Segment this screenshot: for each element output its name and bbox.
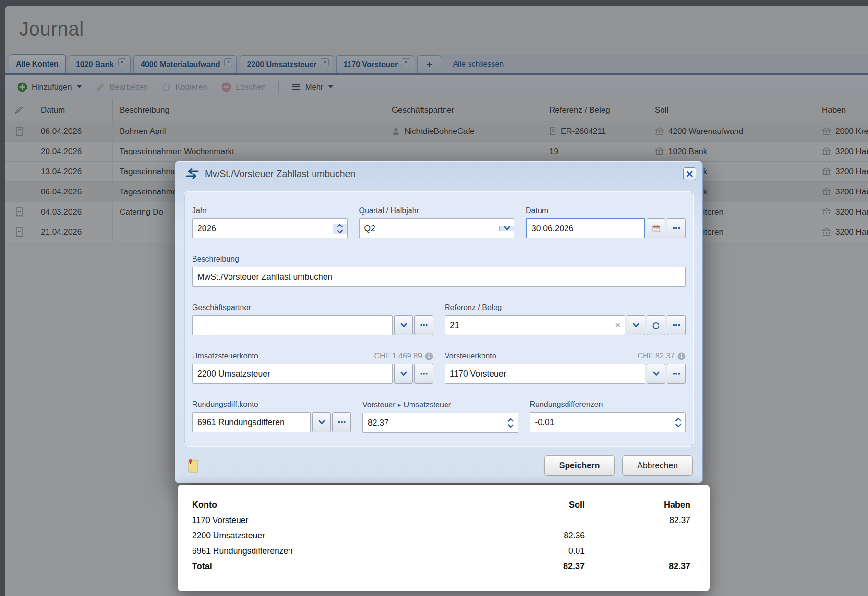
ellipsis-icon bbox=[673, 324, 680, 327]
chevron-down-icon bbox=[504, 226, 510, 231]
jahr-spinner[interactable] bbox=[333, 224, 347, 234]
chevron-down-icon bbox=[508, 424, 514, 428]
preview-row: 6961 Rundungsdifferenzen 0.01 bbox=[192, 543, 690, 559]
quartal-dropdown-button[interactable] bbox=[499, 226, 514, 231]
referenz-dropdown-button[interactable] bbox=[627, 315, 645, 335]
geschaeftspartner-more-button[interactable] bbox=[414, 315, 433, 335]
preview-total-soll: 82.37 bbox=[494, 561, 585, 572]
vorsteuer-umsatzsteuer-label: Vorsteuer ▸ Umsatzsteuer bbox=[362, 400, 518, 409]
rundungsdifferenzen-input[interactable] bbox=[530, 413, 671, 432]
quartal-label: Quartal / Halbjahr bbox=[359, 206, 515, 215]
rundungskonto-label: Rundungsdiff.konto bbox=[192, 400, 351, 409]
chevron-down-icon bbox=[675, 424, 681, 428]
vorsteuerkonto-label: Vorsteuerkonto bbox=[445, 352, 496, 360]
preview-row: 2200 Umsatzsteuer 82.36 bbox=[192, 528, 690, 543]
ellipsis-icon bbox=[420, 372, 428, 375]
dialog-close-button[interactable] bbox=[683, 167, 696, 180]
vorsteuerkonto-balance: CHF 82.37 bbox=[638, 352, 675, 360]
jahr-input[interactable] bbox=[193, 219, 333, 238]
vorsteuerkonto-input[interactable] bbox=[445, 364, 645, 383]
vorsteuerkonto-more-button[interactable] bbox=[667, 364, 686, 384]
chevron-up-icon bbox=[675, 417, 681, 421]
referenz-input[interactable] bbox=[445, 316, 611, 335]
field-vorsteuerkonto: Vorsteuerkonto CHF 82.37 bbox=[445, 352, 686, 384]
preview-column-soll: Soll bbox=[494, 500, 585, 510]
datum-label: Datum bbox=[526, 206, 686, 215]
chevron-down-icon bbox=[400, 371, 407, 376]
umsatzsteuerkonto-balance: CHF 1 469.89 bbox=[374, 352, 422, 360]
dialog-form-panel: Jahr Quartal / Halbjahr bbox=[184, 191, 694, 447]
save-button-label: Speichern bbox=[559, 461, 600, 471]
beschreibung-label: Beschreibung bbox=[192, 255, 686, 263]
preview-konto: 1170 Vorsteuer bbox=[192, 515, 494, 525]
field-datum: Datum bbox=[526, 206, 686, 238]
preview-konto: 6961 Rundungsdifferenzen bbox=[192, 546, 494, 556]
referenz-more-button[interactable] bbox=[667, 315, 686, 335]
note-icon[interactable] bbox=[187, 458, 200, 473]
chevron-down-icon bbox=[400, 323, 407, 328]
quartal-select[interactable] bbox=[360, 219, 500, 238]
swap-arrows-icon bbox=[186, 168, 199, 179]
field-beschreibung: Beschreibung bbox=[192, 255, 686, 287]
preview-total-row: Total 82.37 82.37 bbox=[192, 559, 690, 574]
preview-column-konto: Konto bbox=[192, 500, 494, 510]
dialog-title: MwSt./Vorsteuer Zahllast umbuchen bbox=[205, 168, 355, 179]
chevron-down-icon bbox=[337, 230, 343, 234]
jahr-label: Jahr bbox=[192, 206, 348, 215]
cancel-button-label: Abbrechen bbox=[637, 461, 678, 471]
rundungskonto-input[interactable] bbox=[193, 413, 310, 432]
vat-rebooking-dialog: MwSt./Vorsteuer Zahllast umbuchen Jahr bbox=[175, 161, 703, 483]
vorsteuer-umsatzsteuer-spinner[interactable] bbox=[504, 418, 518, 428]
field-rundungsdifferenzen: Rundungsdifferenzen bbox=[530, 400, 686, 433]
ellipsis-icon bbox=[673, 227, 680, 230]
beschreibung-input[interactable] bbox=[193, 267, 685, 286]
preview-soll: 82.36 bbox=[494, 531, 585, 541]
dialog-footer: Speichern Abbrechen bbox=[175, 448, 702, 483]
preview-total-label: Total bbox=[192, 561, 494, 572]
umsatzsteuerkonto-dropdown-button[interactable] bbox=[394, 364, 413, 384]
calendar-icon bbox=[652, 224, 661, 233]
save-button[interactable]: Speichern bbox=[544, 455, 615, 476]
rundungskonto-dropdown-button[interactable] bbox=[312, 412, 331, 432]
umsatzsteuerkonto-more-button[interactable] bbox=[414, 364, 433, 384]
rundungsdifferenzen-spinner[interactable] bbox=[671, 417, 685, 428]
geschaeftspartner-label: Geschäftspartner bbox=[192, 303, 433, 312]
field-geschaeftspartner: Geschäftspartner bbox=[192, 303, 433, 335]
preview-row: 1170 Vorsteuer 82.37 bbox=[192, 513, 690, 528]
field-jahr: Jahr bbox=[192, 206, 348, 238]
field-rundungskonto: Rundungsdiff.konto bbox=[192, 400, 351, 433]
chevron-down-icon bbox=[318, 420, 325, 425]
ellipsis-icon bbox=[673, 372, 680, 375]
field-referenz: Referenz / Beleg ✕ bbox=[445, 303, 686, 335]
vorsteuer-umsatzsteuer-input[interactable] bbox=[363, 413, 504, 432]
referenz-label: Referenz / Beleg bbox=[445, 303, 686, 312]
cancel-button[interactable]: Abbrechen bbox=[622, 455, 693, 476]
dialog-titlebar: MwSt./Vorsteuer Zahllast umbuchen bbox=[175, 161, 702, 186]
preview-soll: 0.01 bbox=[494, 546, 585, 556]
preview-column-haben: Haben bbox=[585, 500, 690, 510]
chevron-down-icon bbox=[633, 323, 639, 328]
info-icon bbox=[677, 352, 686, 360]
ellipsis-icon bbox=[338, 421, 346, 424]
datum-more-button[interactable] bbox=[667, 218, 686, 238]
preview-haben: 82.37 bbox=[585, 515, 690, 525]
booking-preview-panel: Konto Soll Haben 1170 Vorsteuer 82.37 22… bbox=[178, 485, 710, 591]
clear-icon[interactable]: ✕ bbox=[611, 321, 625, 330]
geschaeftspartner-input[interactable] bbox=[193, 316, 392, 335]
refresh-icon bbox=[652, 322, 660, 330]
rundungsdifferenzen-label: Rundungsdifferenzen bbox=[530, 400, 686, 409]
field-quartal: Quartal / Halbjahr bbox=[359, 206, 515, 238]
close-icon bbox=[687, 171, 693, 177]
preview-total-haben: 82.37 bbox=[585, 561, 690, 572]
geschaeftspartner-dropdown-button[interactable] bbox=[394, 315, 413, 335]
referenz-refresh-button[interactable] bbox=[647, 315, 665, 335]
info-icon bbox=[425, 352, 433, 360]
chevron-down-icon bbox=[653, 371, 660, 376]
field-vorsteuer-umsatzsteuer: Vorsteuer ▸ Umsatzsteuer bbox=[362, 400, 518, 433]
rundungskonto-more-button[interactable] bbox=[332, 412, 351, 432]
field-umsatzsteuerkonto: Umsatzsteuerkonto CHF 1 469.89 bbox=[192, 352, 433, 384]
datum-input[interactable] bbox=[527, 219, 644, 238]
umsatzsteuerkonto-input[interactable] bbox=[193, 364, 392, 383]
vorsteuerkonto-dropdown-button[interactable] bbox=[647, 364, 665, 384]
datum-calendar-button[interactable] bbox=[647, 218, 665, 238]
